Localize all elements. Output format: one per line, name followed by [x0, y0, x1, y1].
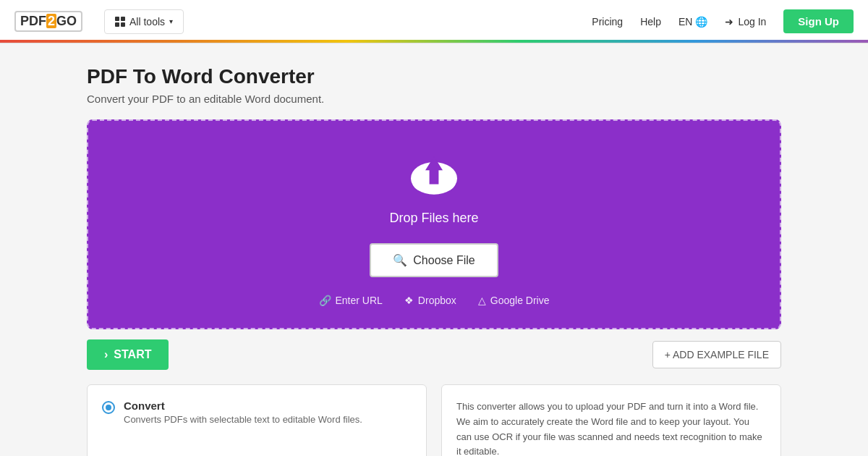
language-selector[interactable]: EN 🌐: [678, 16, 707, 28]
dropbox-option[interactable]: ❖ Dropbox: [404, 295, 456, 306]
choose-file-label: Choose File: [413, 254, 475, 267]
page-title: PDF To Word Converter: [87, 65, 781, 88]
action-bar: › START + ADD EXAMPLE FILE: [87, 339, 781, 370]
login-label: Log In: [738, 16, 766, 28]
page-subtitle: Convert your PDF to an editable Word doc…: [87, 93, 781, 105]
chevron-down-icon: ▾: [169, 17, 173, 25]
header: PDF2GO All tools ▾ Pricing Help EN 🌐 ➜ L…: [0, 0, 868, 43]
globe-icon: 🌐: [695, 16, 707, 28]
description-text: This converter allows you to upload your…: [456, 400, 766, 456]
chevron-right-icon: ›: [104, 348, 108, 361]
choose-file-button[interactable]: 🔍 Choose File: [370, 243, 498, 277]
login-arrow-icon: ➜: [725, 16, 733, 28]
start-label: START: [114, 348, 151, 361]
rainbow-bar: [0, 40, 868, 43]
signup-button[interactable]: Sign Up: [783, 9, 854, 33]
logo-2: 2: [46, 14, 56, 28]
dropbox-label: Dropbox: [418, 295, 456, 306]
logo-pdf: PDF: [20, 14, 46, 28]
link-icon: 🔗: [319, 295, 331, 306]
convert-panel: Convert Converts PDFs with selectable te…: [87, 384, 427, 456]
enter-url-label: Enter URL: [336, 295, 383, 306]
convert-label: Convert: [124, 400, 362, 412]
grid-icon: [115, 17, 125, 27]
google-drive-option[interactable]: △ Google Drive: [478, 295, 550, 306]
url-options: 🔗 Enter URL ❖ Dropbox △ Google Drive: [103, 295, 765, 306]
main-content: PDF To Word Converter Convert your PDF t…: [72, 43, 796, 456]
logo-go: GO: [56, 14, 77, 28]
enter-url-option[interactable]: 🔗 Enter URL: [319, 295, 383, 306]
dropbox-icon: ❖: [404, 295, 414, 306]
description-panel: This converter allows you to upload your…: [441, 384, 781, 456]
google-drive-label: Google Drive: [490, 295, 550, 306]
upload-icon: [405, 150, 463, 203]
radio-inner: [106, 405, 111, 410]
start-button[interactable]: › START: [87, 339, 169, 370]
lang-label: EN: [678, 16, 692, 28]
convert-option: Convert Converts PDFs with selectable te…: [102, 400, 412, 425]
nav-pricing[interactable]: Pricing: [592, 16, 623, 28]
search-icon: 🔍: [393, 253, 407, 267]
convert-desc: Converts PDFs with selectable text to ed…: [124, 414, 362, 425]
drive-icon: △: [478, 295, 486, 306]
nav-help[interactable]: Help: [640, 16, 661, 28]
dropzone[interactable]: Drop Files here 🔍 Choose File 🔗 Enter UR…: [87, 119, 781, 329]
all-tools-button[interactable]: All tools ▾: [104, 9, 184, 34]
radio-button[interactable]: [102, 401, 115, 414]
drop-text: Drop Files here: [103, 211, 765, 226]
login-button[interactable]: ➜ Log In: [725, 16, 766, 28]
header-nav: Pricing Help EN 🌐 ➜ Log In Sign Up: [592, 9, 854, 33]
all-tools-label: All tools: [129, 16, 165, 28]
logo[interactable]: PDF2GO: [14, 11, 82, 32]
info-panels: Convert Converts PDFs with selectable te…: [87, 384, 781, 456]
add-example-button[interactable]: + ADD EXAMPLE FILE: [652, 341, 781, 368]
